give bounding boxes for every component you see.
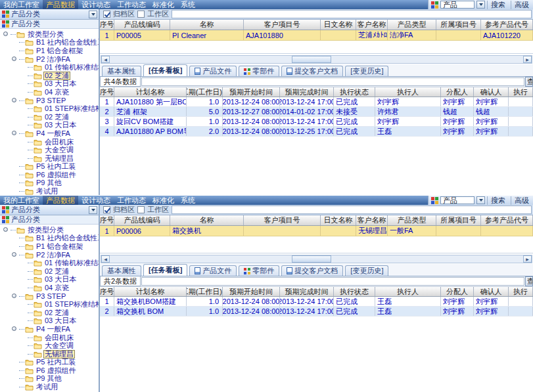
header-cell[interactable]: 执行人 bbox=[375, 287, 441, 296]
header-cell[interactable]: 执行状态 bbox=[334, 287, 375, 296]
tree-item[interactable]: 04 京瓷 bbox=[28, 88, 99, 97]
tab[interactable]: 产品文件 bbox=[189, 265, 237, 276]
tree-item[interactable]: P5 社内工装 bbox=[19, 163, 99, 171]
header-cell[interactable]: 序号 bbox=[100, 287, 114, 296]
scope-dropdown-button[interactable] bbox=[476, 1, 485, 9]
query-button[interactable]: 查 bbox=[525, 276, 533, 286]
header-cell[interactable]: 参考产品代号 bbox=[481, 215, 533, 225]
tab[interactable]: 产品文件 bbox=[189, 66, 237, 76]
scroll-thumb[interactable] bbox=[292, 255, 331, 263]
header-cell[interactable]: 预期开始时间 bbox=[223, 87, 280, 97]
menu-item[interactable]: 我的工作室 bbox=[0, 196, 43, 205]
header-cell[interactable]: 工期(工作日) bbox=[187, 287, 223, 296]
task-name[interactable]: AJA101880 AP BOM导入 bbox=[114, 127, 187, 136]
header-cell[interactable]: 确认人 bbox=[474, 87, 509, 97]
tree-item[interactable]: 03 大日本 bbox=[28, 276, 99, 284]
tree-item[interactable]: 02 芝浦 bbox=[28, 267, 99, 276]
scroll-right-button[interactable]: ▶ bbox=[523, 255, 532, 263]
header-cell[interactable]: 所属项目号 bbox=[436, 20, 481, 30]
task-name[interactable]: 箱交换机BOM搭建 bbox=[114, 297, 187, 306]
count-filter-input[interactable] bbox=[141, 277, 524, 286]
menu-item[interactable]: 工作动态 bbox=[114, 196, 149, 205]
archive-checkbox[interactable] bbox=[103, 11, 110, 18]
category-dropdown-button[interactable] bbox=[89, 11, 97, 18]
tree-item[interactable]: P6 虚拟组件 bbox=[19, 366, 99, 375]
header-cell[interactable]: 分配人 bbox=[441, 287, 474, 296]
category-dropdown-button[interactable] bbox=[89, 206, 97, 214]
product-row[interactable]: 1 P00006 箱交换机 无锡理昌 一般FA bbox=[100, 226, 533, 236]
menu-item[interactable]: 工作动态 bbox=[114, 0, 149, 9]
tree-item[interactable]: 大金空调 bbox=[28, 146, 99, 154]
tree-item[interactable]: P2 洁净FA bbox=[19, 55, 99, 64]
header-cell[interactable]: 执行状态 bbox=[334, 87, 375, 97]
tab[interactable]: 提交客户文档 bbox=[281, 265, 343, 276]
tree-item[interactable]: P1 铝合金框架 bbox=[19, 47, 99, 55]
tab[interactable]: 提交客户文档 bbox=[281, 66, 343, 76]
scroll-track[interactable] bbox=[110, 56, 523, 63]
tree-item[interactable]: 会田机床 bbox=[28, 334, 99, 342]
query-button[interactable]: 查 bbox=[525, 77, 533, 87]
header-cell[interactable]: 产品线编码 bbox=[114, 215, 170, 225]
header-cell[interactable]: 执行 bbox=[509, 287, 533, 296]
filter-input[interactable] bbox=[172, 10, 532, 18]
tree-item[interactable]: P9 其他 bbox=[19, 375, 99, 383]
menu-item[interactable]: 设计动态 bbox=[78, 0, 114, 9]
workspace-checkbox[interactable] bbox=[137, 206, 145, 213]
tree-item[interactable]: 01 传输机标准结构 bbox=[28, 63, 99, 72]
header-cell[interactable]: 预期开始时间 bbox=[223, 287, 280, 296]
header-cell[interactable]: 分配人 bbox=[441, 87, 474, 97]
tree-item[interactable]: 02 芝浦 bbox=[28, 309, 99, 317]
expander-icon[interactable] bbox=[3, 227, 8, 232]
scroll-track[interactable] bbox=[110, 255, 523, 263]
tree-item[interactable]: 02 芝浦 bbox=[28, 72, 99, 80]
header-cell[interactable]: 所属项目号 bbox=[436, 215, 481, 225]
tab[interactable]: [任务看板] bbox=[143, 64, 187, 76]
search-button[interactable]: 搜索 bbox=[487, 1, 509, 9]
tree-item[interactable]: P6 虚拟组件 bbox=[19, 171, 99, 179]
tree-item[interactable]: 03 大日本 bbox=[28, 80, 99, 89]
tree-item[interactable]: 无锡理昌 bbox=[28, 350, 99, 359]
scroll-left-button[interactable]: ◀ bbox=[101, 255, 110, 263]
tree-item[interactable]: 考试用 bbox=[19, 187, 99, 195]
menu-item[interactable]: 系统 bbox=[177, 0, 198, 9]
header-cell[interactable]: 客户名称 bbox=[356, 20, 388, 30]
expander-icon[interactable] bbox=[12, 252, 16, 257]
product-scope-select[interactable]: 产品 bbox=[440, 196, 475, 204]
tree-item[interactable]: 02 芝浦 bbox=[28, 113, 99, 121]
header-cell[interactable]: 客户名称 bbox=[356, 215, 388, 225]
header-cell[interactable]: 确认人 bbox=[474, 287, 509, 296]
header-cell[interactable]: 工期(工作日) bbox=[187, 87, 223, 97]
task-name[interactable]: 芝浦 框架 bbox=[114, 107, 187, 116]
tree-item[interactable]: B1 社内铝合金线性系统 bbox=[19, 234, 99, 243]
tree-item[interactable]: P3 STEP bbox=[19, 97, 99, 105]
header-cell[interactable]: 参考产品代号 bbox=[481, 20, 533, 30]
header-cell[interactable]: 名称 bbox=[170, 20, 244, 30]
header-cell[interactable]: 计划名称 bbox=[114, 287, 187, 296]
count-filter-input[interactable] bbox=[141, 77, 524, 86]
tree-item[interactable]: P9 其他 bbox=[19, 179, 99, 188]
tree-item[interactable]: 按类型分类 bbox=[11, 226, 99, 234]
task-row[interactable]: 2 芝浦 框架 5.0 2013-12-27 08:00 2014-01-02 … bbox=[100, 107, 533, 117]
tree-item[interactable]: P1 铝合金框架 bbox=[19, 242, 99, 251]
tree-item[interactable]: 无锡理昌 bbox=[28, 154, 99, 163]
tree-item[interactable]: 大金空调 bbox=[28, 341, 99, 350]
menu-item[interactable]: 我的工作室 bbox=[0, 0, 43, 9]
expander-icon[interactable] bbox=[12, 326, 16, 331]
tree-item[interactable]: P2 洁净FA bbox=[19, 251, 99, 259]
header-cell[interactable]: 日文名称 bbox=[321, 20, 356, 30]
menu-item[interactable]: 系统 bbox=[177, 196, 198, 205]
expander-icon[interactable] bbox=[12, 294, 16, 298]
product-scope-select[interactable]: 产品 bbox=[440, 1, 475, 9]
task-row[interactable]: 4 AJA101880 AP BOM导入 2.0 2013-12-24 08:0… bbox=[100, 127, 533, 137]
tab[interactable]: 基本属性 bbox=[102, 265, 141, 276]
tree-item[interactable]: 按类型分类 bbox=[11, 30, 99, 39]
expander-icon[interactable] bbox=[12, 56, 16, 61]
header-cell[interactable]: 产品类型 bbox=[388, 215, 436, 225]
tree-item[interactable]: P4 一般FA bbox=[19, 325, 99, 334]
tree-item[interactable]: P3 STEP bbox=[19, 292, 99, 301]
tab[interactable]: 零部件 bbox=[239, 265, 279, 276]
task-name[interactable]: 箱交换机 BOM bbox=[114, 307, 187, 316]
tree-item[interactable]: 03 大日本 bbox=[28, 121, 99, 130]
tree-item[interactable]: 01 传输机标准结构 bbox=[28, 259, 99, 267]
tree-item[interactable]: P4 一般FA bbox=[19, 129, 99, 138]
